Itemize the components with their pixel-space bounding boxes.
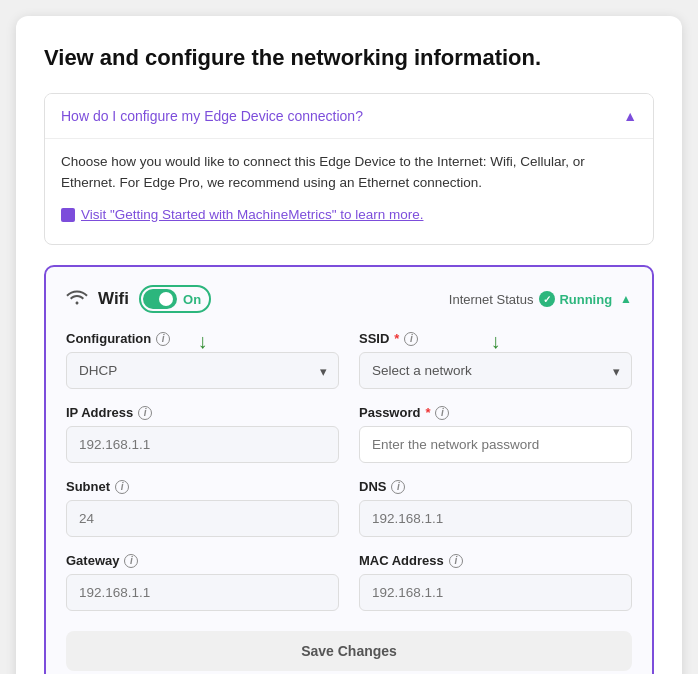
wifi-card: Wifi On Internet Status Running ▲ — [44, 265, 654, 674]
ssid-group: SSID * i ↓ Select a network ▾ — [359, 331, 632, 389]
password-label: Password * i — [359, 405, 632, 420]
mac-address-input[interactable] — [359, 574, 632, 611]
configuration-group: Configuration i ↓ DHCP Static ▾ — [66, 331, 339, 389]
accordion: How do I configure my Edge Device connec… — [44, 93, 654, 246]
ssid-required-star: * — [394, 331, 399, 346]
accordion-header-text: How do I configure my Edge Device connec… — [61, 108, 363, 124]
dns-info-icon: i — [391, 480, 405, 494]
ssid-label: SSID * i — [359, 331, 632, 346]
link-icon — [61, 208, 75, 222]
mac-address-info-icon: i — [449, 554, 463, 568]
ssid-select-wrapper: ↓ Select a network ▾ — [359, 352, 632, 389]
toggle-switch[interactable] — [143, 289, 177, 309]
running-label: Running — [559, 292, 612, 307]
toggle-on-label: On — [177, 292, 207, 307]
running-dot-icon — [539, 291, 555, 307]
gateway-label: Gateway i — [66, 553, 339, 568]
gateway-group: Gateway i — [66, 553, 339, 611]
subnet-group: Subnet i — [66, 479, 339, 537]
subnet-info-icon: i — [115, 480, 129, 494]
dns-group: DNS i — [359, 479, 632, 537]
ssid-select[interactable]: Select a network — [359, 352, 632, 389]
gateway-input[interactable] — [66, 574, 339, 611]
password-group: Password * i — [359, 405, 632, 463]
gateway-info-icon: i — [124, 554, 138, 568]
form-grid: Configuration i ↓ DHCP Static ▾ — [66, 331, 632, 611]
accordion-header[interactable]: How do I configure my Edge Device connec… — [45, 94, 653, 138]
wifi-toggle[interactable]: On — [139, 285, 211, 313]
internet-status-label: Internet Status — [449, 292, 534, 307]
running-badge: Running — [539, 291, 612, 307]
accordion-link-text: Visit "Getting Started with MachineMetri… — [81, 204, 423, 226]
dns-input[interactable] — [359, 500, 632, 537]
toggle-knob — [159, 292, 173, 306]
main-card: View and configure the networking inform… — [16, 16, 682, 674]
configuration-label: Configuration i — [66, 331, 339, 346]
ip-address-info-icon: i — [138, 406, 152, 420]
mac-address-label: MAC Address i — [359, 553, 632, 568]
accordion-body: Choose how you would like to connect thi… — [45, 138, 653, 245]
accordion-chevron-icon: ▲ — [623, 108, 637, 124]
password-required-star: * — [425, 405, 430, 420]
mac-address-group: MAC Address i — [359, 553, 632, 611]
page-title: View and configure the networking inform… — [44, 44, 654, 73]
dns-label: DNS i — [359, 479, 632, 494]
configuration-select[interactable]: DHCP Static — [66, 352, 339, 389]
subnet-label: Subnet i — [66, 479, 339, 494]
internet-status-group: Internet Status Running ▲ — [449, 291, 632, 307]
accordion-link[interactable]: Visit "Getting Started with MachineMetri… — [61, 204, 423, 226]
ssid-select-container: Select a network ▾ — [359, 352, 632, 389]
ip-address-group: IP Address i — [66, 405, 339, 463]
password-info-icon: i — [435, 406, 449, 420]
subnet-input[interactable] — [66, 500, 339, 537]
ip-address-label: IP Address i — [66, 405, 339, 420]
accordion-body-text: Choose how you would like to connect thi… — [61, 151, 637, 194]
wifi-title-group: Wifi On — [66, 285, 211, 313]
wifi-icon — [66, 289, 88, 310]
save-button[interactable]: Save Changes — [66, 631, 632, 671]
wifi-label: Wifi — [98, 289, 129, 309]
configuration-select-wrapper: ↓ DHCP Static ▾ — [66, 352, 339, 389]
configuration-select-container: DHCP Static ▾ — [66, 352, 339, 389]
ssid-info-icon: i — [404, 332, 418, 346]
status-chevron-icon[interactable]: ▲ — [620, 292, 632, 306]
ip-address-input[interactable] — [66, 426, 339, 463]
password-input[interactable] — [359, 426, 632, 463]
wifi-header: Wifi On Internet Status Running ▲ — [66, 285, 632, 313]
configuration-info-icon: i — [156, 332, 170, 346]
